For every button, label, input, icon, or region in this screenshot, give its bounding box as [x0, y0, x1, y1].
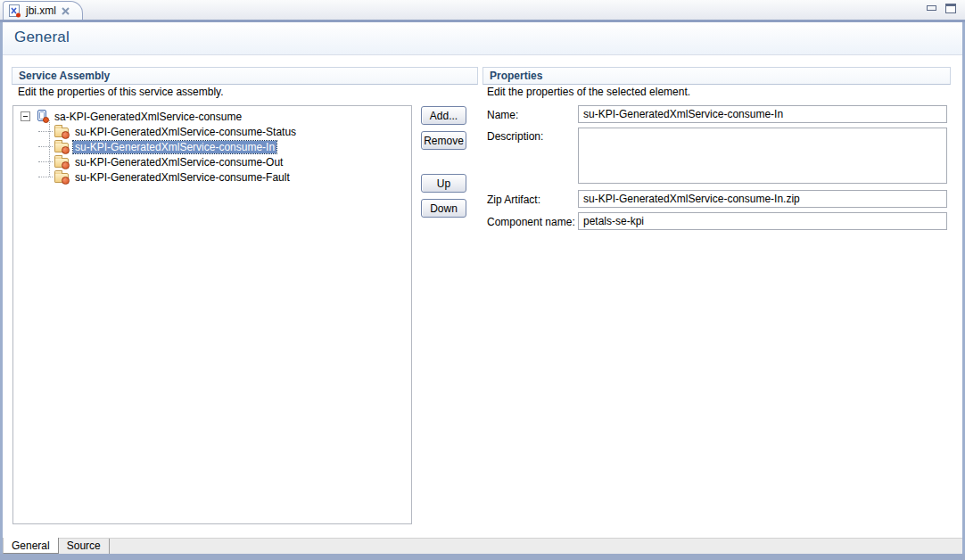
editor-page-general: General Service Assembly Edit the proper…	[3, 22, 962, 538]
tree-connector-stub	[38, 131, 53, 132]
view-window-buttons	[927, 4, 956, 13]
section-title-service-assembly: Service Assembly	[12, 67, 478, 85]
service-assembly-tree[interactable]: sa-KPI-GeneratedXmlService-consume su-KP…	[12, 105, 412, 524]
tree-item-label[interactable]: su-KPI-GeneratedXmlService-consume-Fault	[73, 171, 292, 184]
remove-button[interactable]: Remove	[421, 131, 466, 150]
service-assembly-description: Edit the properties of this service asse…	[18, 86, 224, 98]
up-button[interactable]: Up	[421, 174, 466, 193]
tree-item-su-out[interactable]: su-KPI-GeneratedXmlService-consume-Out	[54, 154, 285, 169]
tree-connector-line	[49, 120, 50, 177]
frame-border-bottom	[0, 554, 965, 560]
xml-file-icon	[9, 4, 21, 18]
tree-item-root[interactable]: sa-KPI-GeneratedXmlService-consume	[21, 109, 243, 124]
tab-close-icon[interactable]	[61, 6, 70, 16]
maximize-icon[interactable]	[945, 4, 956, 13]
tab-general[interactable]: General	[3, 538, 59, 554]
description-field[interactable]	[578, 128, 947, 184]
minimize-icon[interactable]	[927, 5, 936, 11]
form-header: General	[3, 22, 962, 55]
editor-tab-jbi-xml[interactable]: jbi.xml	[3, 1, 83, 20]
tree-item-label[interactable]: su-KPI-GeneratedXmlService-consume-Statu…	[73, 126, 298, 138]
zip-artifact-field[interactable]	[578, 190, 947, 208]
tree-item-label-selected[interactable]: su-KPI-GeneratedXmlService-consume-In	[73, 141, 276, 153]
tree-item-su-status[interactable]: su-KPI-GeneratedXmlService-consume-Statu…	[54, 124, 298, 139]
page-title: General	[14, 29, 70, 46]
component-name-label: Component name:	[487, 216, 575, 228]
service-unit-folder-icon	[54, 173, 69, 183]
tree-item-su-in[interactable]: su-KPI-GeneratedXmlService-consume-In	[54, 139, 276, 154]
add-button[interactable]: Add...	[421, 106, 466, 125]
editor-tab-title: jbi.xml	[26, 4, 56, 17]
tree-collapse-icon[interactable]	[21, 111, 30, 121]
tree-connector-stub	[38, 161, 53, 162]
name-label: Name:	[487, 109, 518, 121]
tree-connector-stub	[38, 146, 53, 147]
tree-item-su-fault[interactable]: su-KPI-GeneratedXmlService-consume-Fault	[54, 169, 292, 185]
section-title-properties: Properties	[482, 67, 951, 85]
zip-artifact-label: Zip Artifact:	[487, 194, 540, 206]
down-button[interactable]: Down	[421, 199, 466, 218]
service-unit-folder-icon	[54, 143, 69, 152]
service-unit-folder-icon	[54, 128, 69, 137]
service-assembly-icon	[36, 110, 49, 123]
description-label: Description:	[487, 130, 543, 143]
tab-source[interactable]: Source	[59, 539, 110, 554]
tree-connector-stub	[38, 177, 53, 177]
tree-item-label[interactable]: sa-KPI-GeneratedXmlService-consume	[53, 111, 243, 123]
page-tab-bar: General Source	[3, 538, 962, 554]
component-name-field[interactable]	[578, 212, 947, 230]
editor-tab-bar: jbi.xml	[0, 0, 965, 20]
tree-item-label[interactable]: su-KPI-GeneratedXmlService-consume-Out	[73, 156, 285, 169]
name-field[interactable]	[578, 105, 947, 123]
properties-description: Edit the properties of the selected elem…	[487, 86, 690, 98]
service-unit-folder-icon	[54, 158, 69, 168]
